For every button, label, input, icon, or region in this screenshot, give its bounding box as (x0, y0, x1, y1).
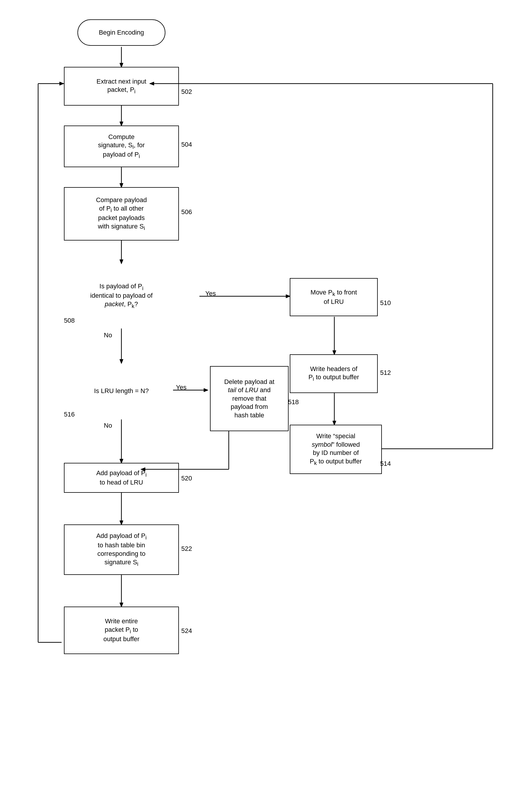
node-514-label: Write “specialsymbol” followedby ID numb… (310, 432, 362, 467)
begin-label: Begin Encoding (99, 29, 144, 37)
flowchart-container: Begin Encoding Extract next inputpacket,… (0, 0, 532, 794)
no-508-label: No (104, 332, 112, 339)
ref-508: 508 (64, 317, 75, 324)
begin-node: Begin Encoding (77, 19, 166, 46)
node-516-inner: Is LRU length = N? (91, 384, 152, 398)
node-506: Compare payloadof Pi to all otherpacket … (64, 187, 179, 241)
ref-510: 510 (380, 299, 391, 307)
node-504-label: Computesignature, Si, forpayload of Pi (98, 133, 145, 160)
node-506-label: Compare payloadof Pi to all otherpacket … (96, 196, 147, 232)
ref-520: 520 (181, 475, 192, 482)
ref-524: 524 (181, 627, 192, 635)
node-524-label: Write entirepacket Pi tooutput buffer (103, 617, 139, 643)
ref-516: 516 (64, 411, 75, 418)
node-502: Extract next inputpacket, Pi (64, 67, 179, 106)
no-516-label: No (104, 422, 112, 430)
svg-marker-21 (204, 388, 208, 392)
node-512: Write headers ofPi to output buffer (290, 354, 378, 393)
ref-522: 522 (181, 545, 192, 553)
ref-506: 506 (181, 208, 192, 216)
node-524: Write entirepacket Pi tooutput buffer (64, 607, 179, 654)
yes-508-label: Yes (205, 290, 216, 298)
node-522-label: Add payload of Pito hash table bincorres… (96, 532, 147, 568)
node-520-label: Add payload of Pito head of LRU (96, 469, 147, 487)
ref-518: 518 (288, 398, 299, 406)
node-510-label: Move Pk to frontof LRU (310, 288, 357, 306)
node-504: Computesignature, Si, forpayload of Pi (64, 126, 179, 167)
node-518-label: Delete payload attail of LRU andremove t… (224, 378, 274, 420)
node-508: Is payload of Piidentical to payload ofp… (68, 242, 175, 349)
node-502-label: Extract next inputpacket, Pi (96, 77, 146, 95)
ref-502: 502 (181, 88, 192, 96)
node-518: Delete payload attail of LRU andremove t… (210, 366, 289, 431)
node-516: Is LRU length = N? (71, 340, 172, 442)
ref-514: 514 (380, 460, 391, 468)
node-512-label: Write headers ofPi to output buffer (308, 365, 359, 383)
node-520: Add payload of Pito head of LRU (64, 463, 179, 493)
node-510: Move Pk to frontof LRU (290, 278, 378, 316)
node-508-inner: Is payload of Piidentical to payload ofp… (88, 279, 156, 312)
node-522: Add payload of Pito hash table bincorres… (64, 525, 179, 575)
ref-512: 512 (380, 369, 391, 377)
node-514: Write “specialsymbol” followedby ID numb… (290, 425, 382, 474)
svg-marker-34 (59, 82, 64, 86)
ref-504: 504 (181, 141, 192, 148)
yes-516-label: Yes (176, 384, 187, 391)
